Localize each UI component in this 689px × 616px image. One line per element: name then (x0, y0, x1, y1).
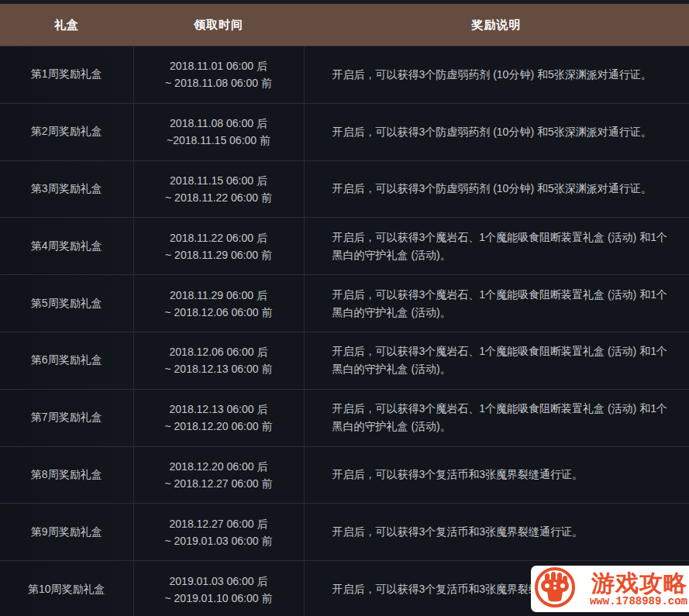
reward-description: 开启后，可以获得3个复活币和3张魔界裂缝通行证。 (304, 504, 689, 561)
claim-time: 2018.11.08 06:00 后 ~2018.11.15 06:00 前 (133, 103, 304, 160)
watermark-url: www.1788989.com (590, 596, 687, 607)
claim-time-end: ~ 2018.12.20 06:00 前 (135, 418, 303, 435)
giftbox-name: 第6周奖励礼盒 (0, 332, 133, 389)
claim-time: 2018.11.22 06:00 后 ~ 2018.11.29 06:00 前 (133, 218, 304, 275)
claim-time-start: 2018.11.01 06:00 后 (135, 57, 303, 74)
table-row: 第3周奖励礼盒 2018.11.15 06:00 后 ~ 2018.11.22 … (0, 160, 689, 218)
claim-time: 2018.12.20 06:00 后 ~ 2018.12.27 06:00 前 (133, 446, 304, 504)
claim-time: 2018.11.15 06:00 后 ~ 2018.11.22 06:00 前 (133, 160, 304, 218)
giftbox-name: 第9周奖励礼盒 (0, 504, 133, 561)
claim-time-start: 2018.11.22 06:00 后 (135, 229, 303, 246)
watermark-title: 游戏攻略 (591, 571, 687, 596)
claim-time-end: ~ 2018.12.27 06:00 前 (135, 475, 303, 492)
giftbox-name: 第7周奖励礼盒 (0, 389, 133, 446)
column-header-giftbox: 礼盒 (0, 4, 133, 46)
claim-time: 2018.12.27 06:00 后 ~ 2019.01.03 06:00 前 (133, 504, 304, 561)
claim-time-start: 2018.11.29 06:00 后 (135, 287, 303, 304)
gamepad-logo-icon (534, 566, 576, 611)
table-row: 第9周奖励礼盒 2018.12.27 06:00 后 ~ 2019.01.03 … (0, 504, 689, 561)
reward-description: 开启后，可以获得3个魔岩石、1个魔能吸食阻断装置礼盒 (活动) 和1个黑白的守护… (304, 332, 689, 389)
claim-time-end: ~ 2019.01.03 06:00 前 (135, 532, 303, 549)
table-row: 第2周奖励礼盒 2018.11.08 06:00 后 ~2018.11.15 0… (0, 103, 689, 160)
table-row: 第5周奖励礼盒 2018.11.29 06:00 后 ~ 2018.12.06 … (0, 275, 689, 332)
reward-description: 开启后，可以获得3个魔岩石、1个魔能吸食阻断装置礼盒 (活动) 和1个黑白的守护… (304, 275, 689, 332)
giftbox-name: 第10周奖励礼盒 (0, 561, 133, 616)
claim-time-start: 2018.12.06 06:00 后 (135, 343, 303, 360)
site-watermark: 游戏攻略 www.1788989.com (531, 566, 689, 612)
table-row: 第8周奖励礼盒 2018.12.20 06:00 后 ~ 2018.12.27 … (0, 446, 689, 504)
claim-time-start: 2018.12.27 06:00 后 (135, 515, 303, 532)
claim-time-end: ~2018.11.15 06:00 前 (135, 132, 303, 149)
rewards-table-screen: 礼盒 领取时间 奖励说明 第1周奖励礼盒 2018.11.01 06:00 后 … (0, 0, 689, 616)
claim-time-end: ~ 2018.11.08 06:00 前 (135, 74, 303, 91)
rewards-table: 礼盒 领取时间 奖励说明 第1周奖励礼盒 2018.11.01 06:00 后 … (0, 4, 689, 616)
watermark-text: 游戏攻略 www.1788989.com (578, 571, 687, 607)
reward-description: 开启后，可以获得3个魔岩石、1个魔能吸食阻断装置礼盒 (活动) 和1个黑白的守护… (304, 389, 689, 446)
claim-time: 2018.12.06 06:00 后 ~ 2018.12.13 06:00 前 (133, 332, 304, 389)
giftbox-name: 第5周奖励礼盒 (0, 275, 133, 332)
claim-time-start: 2018.11.08 06:00 后 (135, 115, 303, 132)
giftbox-name: 第1周奖励礼盒 (0, 46, 133, 104)
giftbox-name: 第3周奖励礼盒 (0, 160, 133, 218)
table-row: 第7周奖励礼盒 2018.12.13 06:00 后 ~ 2018.12.20 … (0, 389, 689, 446)
claim-time-start: 2018.11.15 06:00 后 (135, 172, 303, 189)
reward-description: 开启后，可以获得3个防虚弱药剂 (10分钟) 和5张深渊派对通行证。 (304, 46, 689, 104)
reward-description: 开启后，可以获得3个防虚弱药剂 (10分钟) 和5张深渊派对通行证。 (304, 103, 689, 160)
claim-time-end: ~ 2019.01.10 06:00 前 (135, 590, 303, 607)
claim-time-end: ~ 2018.12.06 06:00 前 (135, 304, 303, 321)
table-row: 第4周奖励礼盒 2018.11.22 06:00 后 ~ 2018.11.29 … (0, 218, 689, 275)
reward-description: 开启后，可以获得3个魔岩石、1个魔能吸食阻断装置礼盒 (活动) 和1个黑白的守护… (304, 218, 689, 275)
claim-time-end: ~ 2018.11.22 06:00 前 (135, 189, 303, 206)
table-header-row: 礼盒 领取时间 奖励说明 (0, 4, 689, 46)
reward-description: 开启后，可以获得3个防虚弱药剂 (10分钟) 和5张深渊派对通行证。 (304, 160, 689, 218)
claim-time: 2018.12.13 06:00 后 ~ 2018.12.20 06:00 前 (133, 389, 304, 446)
column-header-claim-time: 领取时间 (133, 4, 304, 46)
column-header-reward-description: 奖励说明 (304, 4, 689, 46)
claim-time-start: 2018.12.20 06:00 后 (135, 458, 303, 475)
claim-time: 2018.11.29 06:00 后 ~ 2018.12.06 06:00 前 (133, 275, 304, 332)
claim-time-start: 2019.01.03 06:00 后 (135, 573, 303, 590)
giftbox-name: 第8周奖励礼盒 (0, 446, 133, 504)
table-row: 第6周奖励礼盒 2018.12.06 06:00 后 ~ 2018.12.13 … (0, 332, 689, 389)
claim-time: 2018.11.01 06:00 后 ~ 2018.11.08 06:00 前 (133, 46, 304, 104)
claim-time-end: ~ 2018.12.13 06:00 前 (135, 360, 303, 377)
reward-description: 开启后，可以获得3个复活币和3张魔界裂缝通行证。 (304, 446, 689, 504)
claim-time-start: 2018.12.13 06:00 后 (135, 401, 303, 418)
claim-time-end: ~ 2018.11.29 06:00 前 (135, 246, 303, 263)
claim-time: 2019.01.03 06:00 后 ~ 2019.01.10 06:00 前 (133, 561, 304, 616)
giftbox-name: 第4周奖励礼盒 (0, 218, 133, 275)
giftbox-name: 第2周奖励礼盒 (0, 103, 133, 160)
table-row: 第1周奖励礼盒 2018.11.01 06:00 后 ~ 2018.11.08 … (0, 46, 689, 104)
